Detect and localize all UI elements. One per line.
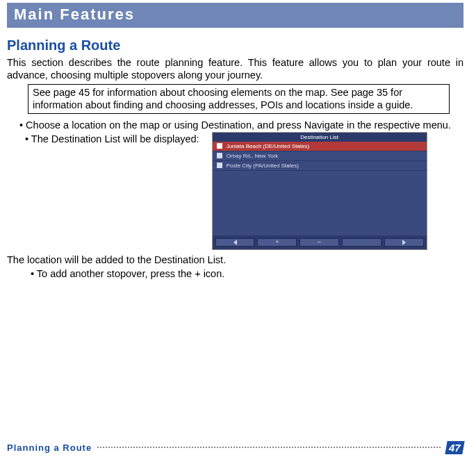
note-box: See page 45 for information about choosi… — [28, 84, 450, 113]
next-button[interactable] — [384, 238, 424, 247]
list-item-label: Orbay Rd., New York — [227, 153, 279, 159]
chevron-right-icon — [402, 240, 406, 245]
plus-icon: + — [275, 239, 279, 245]
destination-icon — [217, 153, 222, 158]
add-button[interactable]: + — [257, 238, 297, 247]
list-item[interactable]: Orbay Rd., New York — [213, 151, 427, 161]
minus-icon: − — [318, 239, 322, 246]
section-title: Planning a Route — [7, 38, 463, 53]
page: Main Features Planning a Route This sect… — [0, 3, 476, 464]
destination-icon — [217, 163, 222, 168]
list-item[interactable]: Juniata Beach (DE/United States) — [213, 142, 427, 151]
intro-text: This section describes the route plannin… — [7, 56, 463, 81]
after-image-text: The location will be added to the Destin… — [7, 254, 463, 265]
prev-button[interactable] — [215, 238, 255, 247]
list-spacer — [213, 171, 427, 235]
destination-list-screenshot: Destination List Juniata Beach (DE/Unite… — [212, 132, 427, 250]
remove-button[interactable]: − — [299, 238, 339, 247]
bullet-choose-location: • Choose a location on the map or using … — [19, 119, 463, 131]
header-bar: Main Features — [7, 3, 463, 28]
destination-list-title: Destination List — [213, 133, 427, 142]
page-number: 47 — [449, 442, 461, 454]
destination-icon — [217, 143, 222, 149]
bullet-add-stopover: • To add another stopover, press the + i… — [31, 268, 463, 279]
footer-divider — [97, 447, 441, 448]
page-number-badge: 47 — [445, 441, 465, 454]
destination-list-footer: + − — [213, 235, 427, 249]
footer-section-label: Planning a Route — [7, 442, 92, 453]
list-item-label: Poste City (PA/United States) — [227, 163, 299, 169]
chevron-left-icon — [233, 240, 237, 245]
header-title: Main Features — [14, 6, 457, 24]
list-item[interactable]: Poste City (PA/United States) — [213, 161, 427, 171]
bullet-destination-list: • The Destination List will be displayed… — [25, 133, 199, 144]
options-button[interactable] — [342, 238, 381, 247]
row-with-image: • The Destination List will be displayed… — [7, 132, 463, 250]
page-footer: Planning a Route 47 — [7, 441, 463, 454]
list-item-label: Juniata Beach (DE/United States) — [227, 143, 310, 149]
